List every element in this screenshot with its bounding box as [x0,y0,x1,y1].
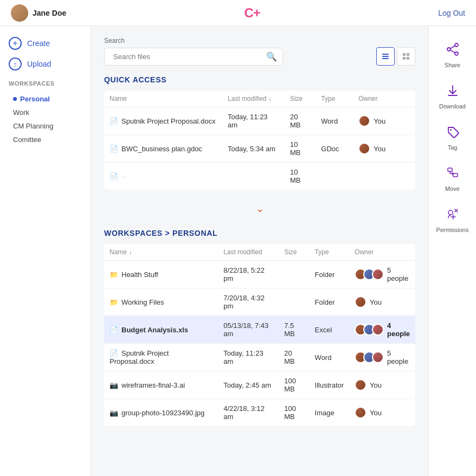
quick-access-title: QUICK ACCESS [104,75,415,84]
move-label: Move [445,185,460,192]
main-layout: + Create ↑ Upload WORKSPACES Personal Wo… [0,26,476,476]
topnav: Jane Doe C+ Log Out [0,0,476,26]
tag-icon [446,125,460,142]
svg-point-15 [448,210,453,215]
app-logo: C+ [245,5,260,21]
svg-point-7 [455,43,458,47]
svg-rect-6 [407,57,409,60]
create-icon: + [9,37,22,50]
search-row: Search 🔍 [104,37,415,66]
sidebar-item-cm-planning[interactable]: CM Planning [9,119,82,133]
share-label: Share [445,62,460,68]
ws-col-owner: Owner [349,244,415,261]
sidebar: + Create ↑ Upload WORKSPACES Personal Wo… [0,26,91,476]
svg-point-12 [450,129,452,131]
file-icon: 📄 [110,172,118,181]
svg-point-8 [447,48,451,51]
file-icon: 📄 [110,326,118,334]
workspace-section-header: WORKSPACES > PERSONAL [104,229,415,237]
svg-rect-5 [403,57,406,60]
svg-rect-4 [407,53,409,56]
ws-col-modified: Last modified [218,244,279,261]
upload-label: Upload [27,60,51,68]
share-action[interactable]: Share [429,35,476,76]
file-icon: 📷 [110,409,118,417]
grid-view-icon [402,52,410,61]
file-icon: 📁 [110,298,118,306]
file-icon: 📄 [110,349,118,357]
tag-label: Tag [448,144,458,151]
search-container: Search 🔍 [104,37,283,66]
ws-col-size: Size [279,244,309,261]
create-label: Create [27,39,50,48]
quick-access-table: Name Last modified ↓ Size Type Owner 📄Sp… [104,91,415,190]
upload-button[interactable]: ↑ Upload [9,57,82,70]
workspaces-section-title: WORKSPACES [9,80,82,87]
move-icon [446,166,460,183]
qa-col-type: Type [316,91,353,107]
upload-icon: ↑ [9,57,22,70]
svg-rect-13 [448,168,452,171]
list-view-icon [381,52,390,61]
table-row[interactable]: 📷wireframes-final-3.ai Today, 2:45 am 10… [104,371,415,399]
search-label: Search [104,37,283,44]
svg-rect-3 [403,53,406,56]
list-view-button[interactable] [376,47,395,66]
table-row[interactable]: 📄Sputnik Project Proposal.docx Today, 11… [104,344,415,371]
file-icon: 📄 [110,145,118,153]
avatar [11,4,28,22]
tag-action[interactable]: Tag [429,117,476,158]
download-icon [446,83,460,101]
main-content: Search 🔍 [91,26,428,476]
create-button[interactable]: + Create [9,37,82,50]
download-action[interactable]: Download [429,76,476,117]
sidebar-item-personal[interactable]: Personal [9,92,82,106]
table-row[interactable]: 📄··· 10 MB [104,163,415,190]
search-input[interactable] [110,48,266,65]
user-info: Jane Doe [11,4,66,22]
username: Jane Doe [33,9,66,17]
svg-point-9 [455,52,458,55]
sidebar-item-work[interactable]: Work [9,106,82,119]
expand-quick-access[interactable]: ⌄ [104,198,415,219]
search-button[interactable]: 🔍 [266,52,277,62]
table-row[interactable]: 📷group-photo-10923490.jpg 4/22/18, 3:12 … [104,399,415,427]
workspace-table: Name ↓ Last modified Size Type Owner 📁He… [104,244,415,426]
svg-rect-1 [382,56,389,57]
sidebar-item-comittee[interactable]: Comittee [9,133,82,146]
permissions-icon [446,207,460,224]
table-row[interactable]: 📄Sputnik Project Proposal.docx Today, 11… [104,107,415,135]
qa-col-owner: Owner [353,91,415,107]
file-icon: 📁 [110,271,118,279]
workspace-title: WORKSPACES > PERSONAL [104,229,415,237]
svg-rect-2 [382,58,389,59]
right-panel: Share Download Tag [428,26,476,476]
download-label: Download [439,103,466,110]
ws-col-name: Name ↓ [104,244,218,261]
permissions-action[interactable]: Permissions [429,200,476,241]
permissions-label: Permissions [436,227,469,233]
table-row[interactable]: 📁Health Stuff 8/22/18, 5:22 pm Folder 5 … [104,261,415,288]
share-icon [446,42,460,60]
quick-access-header: QUICK ACCESS [104,75,415,84]
table-row[interactable]: 📄BWC_business plan.gdoc Today, 5:34 am 1… [104,135,415,163]
svg-line-11 [451,50,455,53]
move-action[interactable]: Move [429,158,476,200]
table-row[interactable]: 📁Working Files 7/20/18, 4:32 pm Folder Y… [104,288,415,316]
ws-col-type: Type [310,244,349,261]
qa-col-size: Size [285,91,316,107]
view-toggles [376,47,415,66]
svg-rect-0 [382,54,389,55]
search-box: 🔍 [104,48,283,66]
logout-button[interactable]: Log Out [438,9,465,17]
file-icon: 📷 [110,381,118,389]
grid-view-button[interactable] [397,47,415,66]
qa-col-modified: Last modified ↓ [222,91,285,107]
qa-col-name: Name [104,91,222,107]
table-row[interactable]: 📄Budget Analysis.xls 05/13/18, 7:43 am 7… [104,316,415,344]
svg-rect-14 [453,173,458,177]
svg-line-10 [451,46,455,49]
file-icon: 📄 [110,117,118,125]
